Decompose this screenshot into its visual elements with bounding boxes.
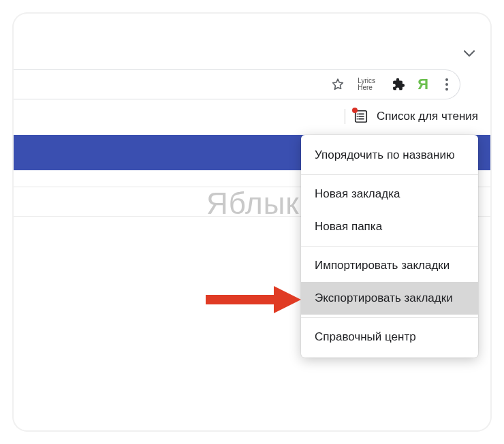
notification-dot-icon [352, 108, 358, 113]
svg-point-4 [357, 113, 358, 114]
reading-list-label: Список для чтения [377, 110, 478, 123]
extension-lyrics-here[interactable]: Lyrics Here [358, 78, 378, 92]
menu-item-help-center[interactable]: Справочный центр [301, 321, 478, 353]
menu-item-new-bookmark[interactable]: Новая закладка [301, 178, 478, 210]
reading-list-icon [353, 109, 368, 124]
menu-separator [301, 246, 478, 247]
star-icon[interactable] [330, 77, 345, 92]
reading-list-button[interactable]: Список для чтения [345, 105, 478, 128]
svg-point-5 [357, 116, 358, 117]
bookmarks-context-menu: Упорядочить по названию Новая закладка Н… [301, 135, 478, 358]
browser-menu-icon[interactable] [441, 78, 454, 91]
separator [345, 109, 345, 124]
chevron-down-icon[interactable] [463, 49, 475, 57]
menu-item-new-folder[interactable]: Новая папка [301, 210, 478, 243]
annotation-arrow-icon [206, 285, 301, 315]
browser-window: Lyrics Here Я Список для чтения Яблык Уп… [14, 14, 490, 430]
menu-separator [301, 317, 478, 318]
extensions-icon[interactable] [390, 77, 405, 92]
menu-item-export-bookmarks[interactable]: Экспортировать закладки [301, 282, 478, 315]
ext-label-line2: Here [358, 84, 378, 92]
menu-item-sort-by-name[interactable]: Упорядочить по названию [301, 139, 478, 172]
watermark-text: Яблык [206, 187, 300, 221]
svg-marker-8 [274, 286, 301, 313]
svg-point-6 [357, 118, 358, 120]
address-bar[interactable]: Lyrics Here Я [14, 69, 460, 99]
menu-item-import-bookmarks[interactable]: Импортировать закладки [301, 249, 478, 282]
window-controls [463, 48, 475, 60]
menu-separator [301, 174, 478, 175]
extension-yandex-icon[interactable]: Я [418, 76, 428, 93]
